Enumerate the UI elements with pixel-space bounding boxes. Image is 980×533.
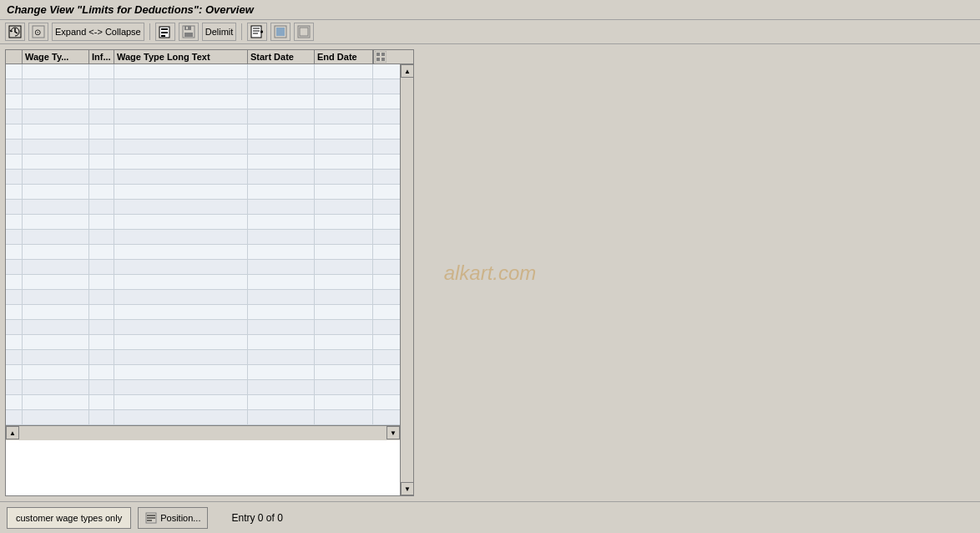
table-body-area: ▲ ▼ ▲ ▼: [6, 64, 413, 495]
table-row[interactable]: [6, 320, 400, 335]
col-header-wage-type: Wage Ty...: [23, 50, 89, 63]
delimit-label: Delimit: [205, 27, 234, 37]
toolbar: ⊙ Expand <-> Collapse: [0, 20, 980, 44]
table-row[interactable]: [6, 245, 400, 260]
col-settings-icon[interactable]: [373, 50, 386, 63]
table-row[interactable]: [6, 380, 400, 395]
expand-collapse-label: Expand <-> Collapse: [55, 27, 141, 37]
table-row[interactable]: [6, 155, 400, 170]
history-icon: [8, 25, 22, 38]
table-row[interactable]: [6, 305, 400, 320]
shortcut-icon: ⊙: [32, 25, 45, 38]
deselect-button[interactable]: [294, 23, 314, 41]
table-row[interactable]: [6, 290, 400, 305]
select-all-icon: [274, 25, 287, 38]
separator-2: [241, 23, 242, 40]
main-window: Change View "Limits for Deductions": Ove…: [0, 0, 980, 533]
position-icon: [145, 512, 157, 524]
position-label: Position...: [160, 513, 200, 523]
new-entries-button[interactable]: [155, 23, 175, 41]
table-row[interactable]: [6, 79, 400, 94]
footer: customer wage types only Position... Ent…: [0, 501, 980, 533]
svg-rect-4: [161, 28, 168, 30]
scroll-up-btn[interactable]: ▲: [6, 426, 19, 439]
customer-wage-types-label: customer wage types only: [16, 513, 122, 523]
svg-rect-18: [276, 28, 285, 36]
window-title: Change View "Limits for Deductions": Ove…: [7, 3, 254, 16]
scroll-up-button[interactable]: ▲: [401, 64, 413, 78]
svg-rect-9: [184, 33, 193, 37]
svg-rect-10: [186, 27, 188, 29]
table-header: Wage Ty... Inf... Wage Type Long Text St…: [6, 50, 413, 64]
table-row[interactable]: [6, 395, 400, 410]
table-row[interactable]: [6, 335, 400, 350]
col-header-long-text: Wage Type Long Text: [114, 50, 248, 63]
table-row[interactable]: [6, 365, 400, 380]
table-row[interactable]: [6, 185, 400, 200]
col-header-select: [6, 50, 23, 63]
history-button[interactable]: [5, 23, 25, 41]
content-area: alkart.com Wage Ty... Inf... Wage Type L…: [0, 44, 980, 501]
save-button[interactable]: [179, 23, 199, 41]
scroll-down-button[interactable]: ▼: [401, 482, 413, 495]
vertical-scrollbar: ▲ ▼: [400, 64, 413, 495]
table-row[interactable]: [6, 94, 400, 109]
position-button[interactable]: Position...: [138, 507, 208, 529]
shortcut-button[interactable]: ⊙: [28, 23, 48, 41]
table-row[interactable]: [6, 109, 400, 124]
col-header-start-date: Start Date: [248, 50, 315, 63]
table-row[interactable]: [6, 200, 400, 215]
col-header-end-date: End Date: [315, 50, 373, 63]
table-row[interactable]: [6, 275, 400, 290]
select-all-button[interactable]: [270, 23, 290, 41]
svg-rect-22: [376, 53, 380, 56]
table-row[interactable]: [6, 260, 400, 275]
append-button[interactable]: [247, 23, 267, 41]
table-row[interactable]: [6, 215, 400, 230]
svg-rect-23: [381, 53, 385, 56]
scroll-down-btn[interactable]: ▼: [386, 426, 400, 439]
rows-area: ▲ ▼: [6, 64, 400, 495]
horizontal-scroll-area: ▲ ▼: [6, 425, 400, 440]
svg-rect-24: [376, 58, 380, 61]
expand-collapse-button[interactable]: Expand <-> Collapse: [52, 23, 144, 41]
svg-text:⊙: ⊙: [34, 28, 41, 37]
table-row[interactable]: [6, 350, 400, 365]
svg-rect-11: [251, 26, 261, 38]
col-header-inf: Inf...: [89, 50, 114, 63]
append-icon: [250, 25, 264, 38]
table-row[interactable]: [6, 140, 400, 155]
table-container: Wage Ty... Inf... Wage Type Long Text St…: [5, 49, 414, 496]
deselect-icon: [297, 25, 311, 38]
svg-rect-25: [381, 58, 385, 61]
title-bar: Change View "Limits for Deductions": Ove…: [0, 0, 980, 20]
table-row[interactable]: [6, 230, 400, 245]
table-row[interactable]: [6, 410, 400, 425]
table-row[interactable]: [6, 124, 400, 140]
separator-1: [149, 23, 150, 40]
table-row[interactable]: [6, 64, 400, 79]
table-row[interactable]: [6, 170, 400, 185]
svg-rect-6: [161, 35, 165, 37]
customer-wage-types-button[interactable]: customer wage types only: [7, 507, 131, 529]
entry-count: Entry 0 of 0: [231, 512, 282, 524]
save-icon: [182, 25, 195, 38]
new-entries-icon: [159, 25, 172, 38]
watermark: alkart.com: [444, 261, 537, 285]
svg-rect-5: [161, 32, 168, 33]
delimit-button[interactable]: Delimit: [202, 23, 237, 41]
